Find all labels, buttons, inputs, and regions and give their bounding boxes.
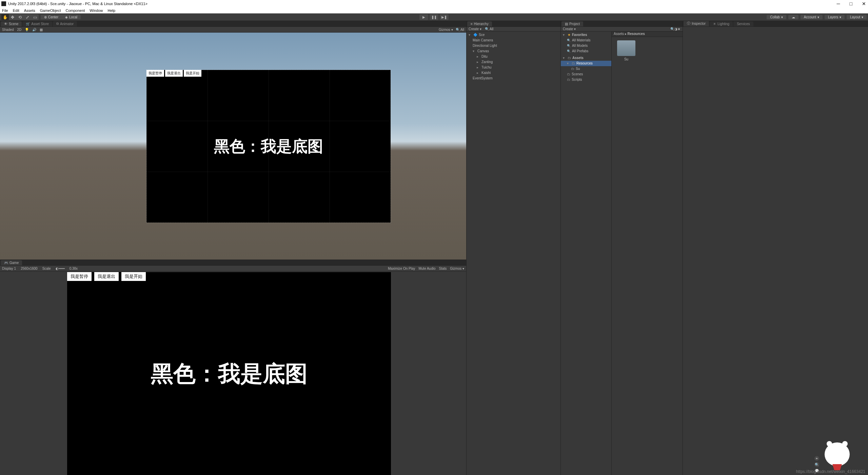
project-fav-models[interactable]: 🔍 All Models (561, 43, 611, 49)
tab-lighting[interactable]: ☀ Lighting (710, 21, 733, 26)
scale-slider[interactable]: ◐━━━ (56, 267, 65, 270)
game-gizmos-dropdown[interactable]: Gizmos ▾ (450, 267, 464, 270)
project-create-dropdown[interactable]: Create ▾ (563, 27, 576, 31)
shading-mode-dropdown[interactable]: Shaded (2, 28, 14, 32)
tab-asset-store[interactable]: 🛒 Asset Store (22, 21, 52, 26)
game-tab-strip: 🎮 Game (0, 260, 466, 266)
hierarchy-search-all[interactable]: 🔍 All (485, 27, 493, 31)
step-button[interactable]: ▶❚ (440, 14, 449, 20)
asset-label: Su (624, 57, 628, 61)
scene-viewport[interactable]: 我是暂停 我是退出 我是开始 黑色：我是底图 (0, 33, 466, 260)
local-global-toggle[interactable]: ◈ Local (62, 15, 81, 19)
tab-animator[interactable]: ⧉ Animator (53, 21, 77, 26)
project-toolbar: Create ▾ 🔍 ◑ ★ (561, 27, 683, 32)
scene-ui-button-exit[interactable]: 我是退出 (165, 70, 183, 77)
hierarchy-item-kaishi[interactable]: ▸Kaishi (467, 70, 560, 76)
gizmos-dropdown[interactable]: Gizmos ▾ (439, 28, 453, 32)
hierarchy-tab-strip: ≡ Hierarchy (467, 21, 560, 27)
menu-file[interactable]: File (2, 8, 8, 13)
account-dropdown[interactable]: Account ▾ (801, 15, 823, 19)
scene-ui-button-pause[interactable]: 我是暂停 (146, 70, 164, 77)
menu-help[interactable]: Help (107, 8, 115, 13)
window-title: Unity 2017.2.0f3 (64bit) - Sce.unity - J… (8, 2, 147, 6)
hand-tool-icon[interactable]: ✋ (1, 14, 9, 20)
scene-canvas-rect[interactable]: 我是暂停 我是退出 我是开始 黑色：我是底图 (146, 70, 391, 223)
search-all-dropdown[interactable]: 🔍 All (456, 28, 464, 32)
scale-tool-icon[interactable]: ⤢ (24, 14, 31, 20)
hierarchy-item-tuichu[interactable]: ▸Tuichu (467, 65, 560, 70)
project-tab-strip: ▤ Project (561, 21, 683, 27)
scene-toolbar: Shaded 2D 💡 🔊 ▦ Gizmos ▾ 🔍 All (0, 27, 466, 33)
folder-icon (617, 40, 635, 56)
mascot-action-search[interactable]: 🔍 (814, 462, 819, 467)
maximize-on-play-toggle[interactable]: Maximize On Play (388, 267, 415, 270)
project-assets-grid[interactable]: Su (612, 37, 683, 475)
lighting-toggle-icon[interactable]: 💡 (25, 28, 29, 32)
project-assets[interactable]: ▾🗀 Assets (561, 55, 611, 61)
pivot-center-toggle[interactable]: ⊕ Center (41, 15, 62, 19)
game-ui-button-start[interactable]: 我是开始 (121, 272, 146, 281)
tab-project[interactable]: ▤ Project (561, 21, 583, 26)
breadcrumb-resources[interactable]: Resources (628, 32, 645, 36)
project-folder-resources[interactable]: ▾🗀 Resources (561, 61, 611, 66)
hierarchy-item-light[interactable]: Directional Light (467, 43, 560, 49)
scene-ui-button-start[interactable]: 我是开始 (184, 70, 201, 77)
close-icon[interactable]: ✕ (862, 1, 866, 6)
menu-edit[interactable]: Edit (13, 8, 19, 13)
game-background-text: 黑色：我是底图 (151, 358, 308, 389)
hierarchy-item-ditu[interactable]: ▸Ditu (467, 54, 560, 59)
project-folder-scenes[interactable]: 🗀 Scenes (561, 72, 611, 77)
game-canvas-rect: 我是暂停 我是退出 我是开始 黑色：我是底图 (67, 272, 391, 475)
project-fav-materials[interactable]: 🔍 All Materials (561, 38, 611, 43)
mode-2d-toggle[interactable]: 2D (17, 28, 21, 32)
game-viewport[interactable]: 我是暂停 我是退出 我是开始 黑色：我是底图 (0, 271, 466, 475)
pause-button[interactable]: ❚❚ (430, 14, 438, 20)
stats-toggle[interactable]: Stats (439, 267, 447, 270)
hierarchy-item-canvas[interactable]: ▾Canvas (467, 49, 560, 54)
game-ui-button-pause[interactable]: 我是暂停 (67, 272, 92, 281)
hierarchy-item-camera[interactable]: Main Camera (467, 38, 560, 43)
hierarchy-create-dropdown[interactable]: Create ▾ (469, 27, 481, 31)
tab-game[interactable]: 🎮 Game (1, 260, 22, 265)
audio-toggle-icon[interactable]: 🔊 (32, 28, 36, 32)
project-search-icon[interactable]: 🔍 (670, 27, 674, 31)
mute-audio-toggle[interactable]: Mute Audio (418, 267, 435, 270)
fx-toggle-icon[interactable]: ▦ (40, 28, 43, 32)
mascot-action-add[interactable]: + (814, 456, 819, 461)
layout-dropdown[interactable]: Layout ▾ (847, 15, 867, 19)
game-toolbar: Display 1 2560x1600 Scale ◐━━━ 0.38x Max… (0, 266, 466, 271)
collab-dropdown[interactable]: Collab ▾ (767, 15, 786, 19)
asset-folder-su[interactable]: Su (615, 40, 637, 61)
menu-window[interactable]: Window (90, 8, 103, 13)
move-tool-icon[interactable]: ✥ (9, 14, 16, 20)
tab-inspector[interactable]: ⓘ Inspector (684, 20, 709, 26)
breadcrumb-assets[interactable]: Assets (614, 32, 624, 36)
project-filter-icon[interactable]: ◑ (674, 27, 677, 31)
hierarchy-scene-row[interactable]: ▾🔷 Sce (467, 32, 560, 38)
tab-scene[interactable]: 👁 Scene (1, 21, 22, 26)
menu-component[interactable]: Component (65, 8, 85, 13)
minimize-icon[interactable]: ─ (837, 1, 840, 6)
play-button[interactable]: ▶ (419, 14, 428, 20)
project-favorites[interactable]: ▾★ Favorites (561, 32, 611, 38)
project-folder-su[interactable]: 🗀 Su (561, 66, 611, 72)
game-ui-button-exit[interactable]: 我是退出 (94, 272, 119, 281)
tab-services[interactable]: Services (733, 21, 753, 26)
project-star-icon[interactable]: ★ (677, 27, 680, 31)
project-fav-prefabs[interactable]: 🔍 All Prefabs (561, 49, 611, 54)
rect-tool-icon[interactable]: ▭ (31, 14, 39, 20)
inspector-body: + 🔍 💬 (683, 27, 868, 475)
rotate-tool-icon[interactable]: ⟲ (16, 14, 24, 20)
project-folder-scripts[interactable]: 🗀 Scripts (561, 77, 611, 82)
tab-hierarchy[interactable]: ≡ Hierarchy (467, 21, 492, 26)
inspector-tab-strip: ⓘ Inspector ☀ Lighting Services (683, 21, 868, 27)
hierarchy-item-zanting[interactable]: ▸Zanting (467, 59, 560, 65)
resolution-dropdown[interactable]: 2560x1600 (21, 267, 38, 270)
menu-gameobject[interactable]: GameObject (40, 8, 61, 13)
hierarchy-item-eventsystem[interactable]: EventSystem (467, 76, 560, 81)
layers-dropdown[interactable]: Layers ▾ (825, 15, 845, 19)
maximize-icon[interactable]: □ (850, 1, 852, 6)
cloud-icon[interactable]: ☁ (788, 15, 798, 19)
menu-assets[interactable]: Assets (24, 8, 35, 13)
display-dropdown[interactable]: Display 1 (2, 267, 16, 270)
